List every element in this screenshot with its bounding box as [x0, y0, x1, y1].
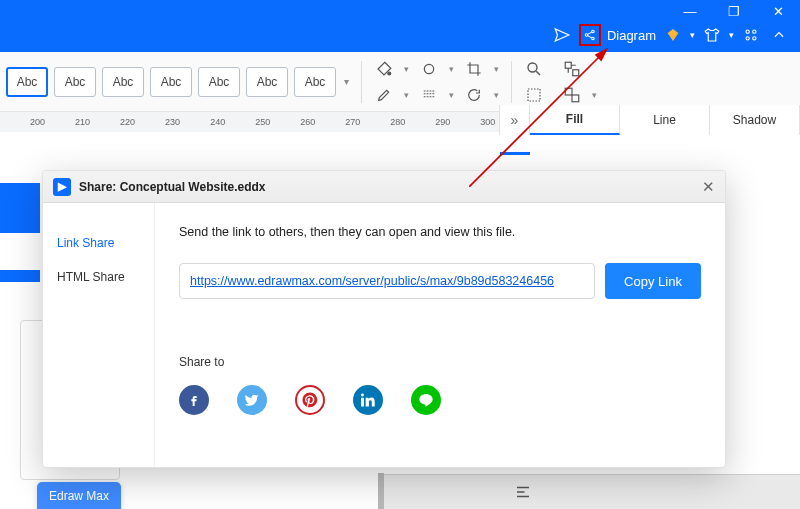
pencil-icon[interactable]	[374, 85, 394, 105]
svg-point-6	[753, 37, 756, 40]
window-close[interactable]: ✕	[756, 0, 800, 22]
product-badge: Edraw Max	[37, 482, 121, 509]
fill-bucket-icon[interactable]	[374, 59, 394, 79]
sidebar-item-html-share[interactable]: HTML Share	[43, 260, 154, 294]
svg-rect-14	[572, 95, 579, 102]
svg-rect-11	[573, 69, 579, 75]
style-swatch-1[interactable]: Abc	[54, 67, 96, 97]
statusbar	[384, 474, 800, 509]
style-swatch-2[interactable]: Abc	[102, 67, 144, 97]
separator	[361, 61, 362, 103]
select-icon[interactable]	[524, 85, 544, 105]
svg-point-9	[528, 63, 537, 72]
share-dialog: ▶ Share: Conceptual Website.eddx ✕ Link …	[42, 170, 726, 468]
svg-point-2	[592, 37, 595, 40]
svg-point-5	[746, 37, 749, 40]
dialog-close-button[interactable]: ✕	[702, 178, 715, 196]
dialog-description: Send the link to others, then they can o…	[179, 225, 701, 239]
svg-point-4	[753, 30, 756, 33]
svg-point-7	[388, 72, 391, 75]
sidebar-item-link-share[interactable]: Link Share	[43, 226, 154, 260]
separator	[511, 61, 512, 103]
rotate-caret[interactable]: ▾	[494, 90, 499, 100]
copy-link-button[interactable]: Copy Link	[605, 263, 701, 299]
dropdown-caret-diagram[interactable]: ▾	[690, 30, 695, 40]
shape-caret[interactable]: ▾	[449, 64, 454, 74]
group-icon[interactable]	[562, 85, 582, 105]
group-caret[interactable]: ▾	[592, 90, 597, 100]
pencil-caret[interactable]: ▾	[404, 90, 409, 100]
twitter-icon[interactable]	[237, 385, 267, 415]
diagram-label[interactable]: Diagram	[607, 28, 656, 43]
share-url-field[interactable]: https://www.edrawmax.com/server/public/s…	[179, 263, 595, 299]
ruler-marker	[500, 152, 530, 155]
align-icon[interactable]	[514, 483, 532, 501]
pinterest-icon[interactable]	[295, 385, 325, 415]
svg-point-0	[585, 34, 588, 37]
line-style-caret[interactable]: ▾	[449, 90, 454, 100]
diamond-icon[interactable]	[662, 24, 684, 46]
shape-circle-icon[interactable]	[419, 59, 439, 79]
dialog-title: Share: Conceptual Website.eddx	[79, 180, 266, 194]
panel-collapse-icon[interactable]: »	[500, 105, 530, 135]
replace-icon[interactable]	[562, 59, 582, 79]
tab-line[interactable]: Line	[620, 105, 710, 135]
window-maximize[interactable]: ❐	[712, 0, 756, 22]
style-swatch-5[interactable]: Abc	[246, 67, 288, 97]
svg-rect-10	[565, 62, 571, 68]
rotate-icon[interactable]	[464, 85, 484, 105]
tab-shadow[interactable]: Shadow	[710, 105, 800, 135]
search-icon[interactable]	[524, 59, 544, 79]
svg-rect-13	[565, 88, 572, 95]
canvas-shape	[0, 270, 40, 282]
style-swatch-3[interactable]: Abc	[150, 67, 192, 97]
apps-icon[interactable]	[740, 24, 762, 46]
dropdown-caret-tshirt[interactable]: ▾	[729, 30, 734, 40]
fill-caret[interactable]: ▾	[404, 64, 409, 74]
window-minimize[interactable]: —	[668, 0, 712, 22]
style-gallery-expand[interactable]: ▾	[344, 76, 349, 87]
crop-caret[interactable]: ▾	[494, 64, 499, 74]
facebook-icon[interactable]	[179, 385, 209, 415]
line-style-icon[interactable]	[419, 85, 439, 105]
share-to-label: Share to	[179, 355, 701, 369]
app-logo-icon: ▶	[53, 178, 71, 196]
collapse-ribbon-icon[interactable]	[768, 24, 790, 46]
crop-icon[interactable]	[464, 59, 484, 79]
style-swatch-4[interactable]: Abc	[198, 67, 240, 97]
splitter-handle[interactable]	[378, 473, 384, 509]
line-messenger-icon[interactable]	[411, 385, 441, 415]
style-swatch-6[interactable]: Abc	[294, 67, 336, 97]
svg-point-3	[746, 30, 749, 33]
svg-point-8	[424, 64, 433, 73]
svg-point-1	[592, 30, 595, 33]
style-swatch-0[interactable]: Abc	[6, 67, 48, 97]
tshirt-icon[interactable]	[701, 24, 723, 46]
svg-rect-12	[528, 89, 540, 101]
linkedin-icon[interactable]	[353, 385, 383, 415]
share-icon[interactable]	[579, 24, 601, 46]
tab-fill[interactable]: Fill	[530, 105, 620, 135]
canvas-shape	[0, 183, 40, 233]
send-icon[interactable]	[551, 24, 573, 46]
